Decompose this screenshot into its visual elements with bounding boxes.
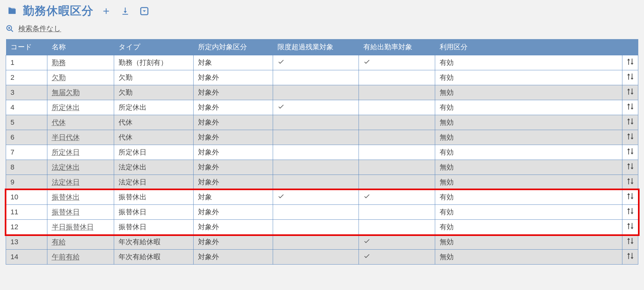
cell-type: 欠勤: [114, 85, 194, 100]
cell-over: [273, 220, 359, 235]
cell-paid: [359, 235, 435, 250]
cell-name: 所定休日: [47, 145, 114, 160]
cell-name: 法定休日: [47, 175, 114, 190]
row-name-link[interactable]: 午前有給: [52, 253, 80, 261]
cell-over: [273, 175, 359, 190]
cell-over: [273, 85, 359, 100]
col-over[interactable]: 限度超過残業対象: [273, 39, 359, 55]
search-condition-link[interactable]: 検索条件なし: [18, 24, 61, 33]
cell-use: 有効: [435, 70, 622, 85]
row-name-link[interactable]: 法定休出: [52, 163, 80, 171]
svg-line-2: [11, 30, 13, 32]
sort-handle[interactable]: [622, 250, 638, 265]
row-name-link[interactable]: 勤務: [52, 59, 66, 66]
table-row: 5代休代休対象外無効: [6, 115, 638, 130]
cell-use: 無効: [435, 130, 622, 145]
cell-over: [273, 235, 359, 250]
sort-handle[interactable]: [622, 175, 638, 190]
cell-type: 振替休出: [114, 190, 194, 205]
table-row: 3無届欠勤欠勤対象外無効: [6, 85, 638, 100]
cell-use: 有効: [435, 100, 622, 115]
table-row: 4所定休出所定休出対象外有効: [6, 100, 638, 115]
col-scope[interactable]: 所定内対象区分: [194, 39, 273, 55]
sort-icon: [626, 134, 634, 142]
row-name-link[interactable]: 所定休出: [52, 103, 80, 111]
cell-code: 8: [6, 160, 47, 175]
dropdown-button[interactable]: [138, 5, 151, 17]
page-header: 勤務休暇区分: [6, 3, 638, 19]
sort-handle[interactable]: [622, 190, 638, 205]
sort-handle[interactable]: [622, 85, 638, 100]
col-type[interactable]: タイプ: [114, 39, 194, 55]
cell-scope: 対象外: [194, 70, 273, 85]
cell-use: 無効: [435, 115, 622, 130]
sort-handle[interactable]: [622, 220, 638, 235]
sort-handle[interactable]: [622, 130, 638, 145]
col-use[interactable]: 利用区分: [435, 39, 638, 55]
row-name-link[interactable]: 振替休出: [52, 193, 80, 201]
cell-code: 14: [6, 250, 47, 265]
cell-name: 所定休出: [47, 100, 114, 115]
cell-over: [273, 130, 359, 145]
cell-use: 無効: [435, 85, 622, 100]
sort-icon: [626, 209, 634, 217]
sort-handle[interactable]: [622, 100, 638, 115]
table-row: 9法定休日法定休日対象外無効: [6, 175, 638, 190]
download-button[interactable]: [119, 5, 132, 17]
cell-over: [273, 160, 359, 175]
cell-scope: 対象外: [194, 85, 273, 100]
check-icon: [363, 238, 370, 246]
table-row: 11振替休日振替休日対象外有効: [6, 205, 638, 220]
row-name-link[interactable]: 半日振替休日: [52, 223, 94, 231]
cell-name: 法定休出: [47, 160, 114, 175]
sort-icon: [626, 119, 634, 127]
sort-icon: [626, 89, 634, 97]
sort-icon: [626, 164, 634, 172]
cell-scope: 対象外: [194, 160, 273, 175]
col-paid[interactable]: 有給出勤率対象: [359, 39, 435, 55]
cell-over: [273, 250, 359, 265]
cell-paid: [359, 70, 435, 85]
sort-handle[interactable]: [622, 115, 638, 130]
row-name-link[interactable]: 所定休日: [52, 148, 80, 156]
cell-code: 4: [6, 100, 47, 115]
row-name-link[interactable]: 振替休日: [52, 208, 80, 216]
sort-handle[interactable]: [622, 160, 638, 175]
table-row: 12半日振替休日振替休日対象外有効: [6, 220, 638, 235]
sort-handle[interactable]: [622, 145, 638, 160]
col-name[interactable]: 名称: [47, 39, 114, 55]
cell-name: 無届欠勤: [47, 85, 114, 100]
cell-over: [273, 205, 359, 220]
col-code[interactable]: コード: [6, 39, 47, 55]
sort-icon: [626, 224, 634, 232]
row-name-link[interactable]: 法定休日: [52, 178, 80, 186]
cell-code: 7: [6, 145, 47, 160]
add-button[interactable]: [100, 5, 113, 17]
sort-handle[interactable]: [622, 55, 638, 70]
sort-icon: [626, 239, 634, 247]
cell-code: 6: [6, 130, 47, 145]
cell-use: 無効: [435, 235, 622, 250]
cell-type: 所定休出: [114, 100, 194, 115]
row-name-link[interactable]: 有給: [52, 238, 66, 246]
cell-scope: 対象外: [194, 205, 273, 220]
row-name-link[interactable]: 欠勤: [52, 73, 66, 81]
search-zoom-icon[interactable]: [6, 24, 14, 33]
sort-handle[interactable]: [622, 70, 638, 85]
sort-handle[interactable]: [622, 205, 638, 220]
cell-paid: [359, 115, 435, 130]
cell-name: 半日代休: [47, 130, 114, 145]
cell-name: 半日振替休日: [47, 220, 114, 235]
row-name-link[interactable]: 半日代休: [52, 133, 80, 141]
cell-scope: 対象外: [194, 220, 273, 235]
row-name-link[interactable]: 無届欠勤: [52, 88, 80, 96]
table-header-row: コード 名称 タイプ 所定内対象区分 限度超過残業対象 有給出勤率対象 利用区分: [6, 39, 638, 55]
sort-handle[interactable]: [622, 235, 638, 250]
sort-icon: [626, 179, 634, 187]
cell-use: 有効: [435, 145, 622, 160]
cell-name: 代休: [47, 115, 114, 130]
cell-name: 振替休出: [47, 190, 114, 205]
table-row: 13有給年次有給休暇対象外無効: [6, 235, 638, 250]
cell-scope: 対象外: [194, 250, 273, 265]
row-name-link[interactable]: 代休: [52, 118, 66, 126]
